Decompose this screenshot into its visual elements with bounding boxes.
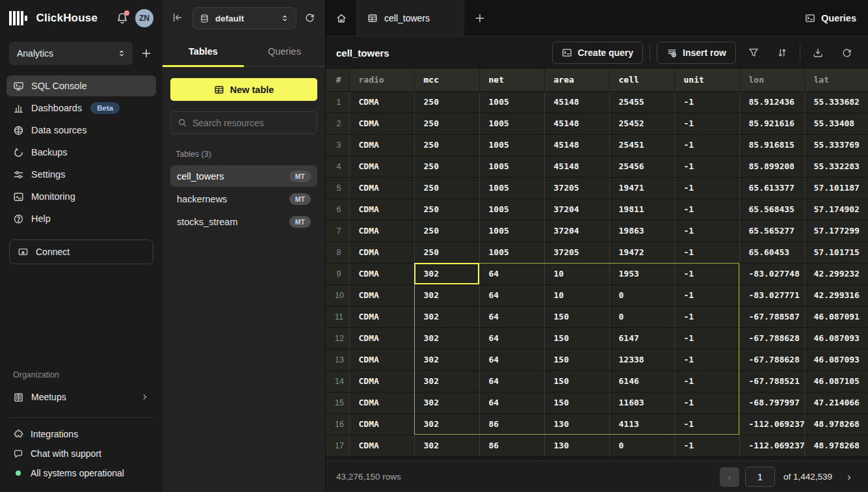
- cell[interactable]: CDMA: [349, 220, 414, 241]
- cell[interactable]: 45148: [544, 113, 609, 134]
- column-header-area[interactable]: area: [544, 69, 609, 91]
- cell[interactable]: 10: [544, 263, 609, 284]
- table-item-stocks_stream[interactable]: stocks_streamMT: [170, 211, 317, 232]
- cell[interactable]: 42.299232: [804, 263, 868, 284]
- cell[interactable]: -1: [674, 392, 739, 413]
- cell[interactable]: 48.978268: [804, 413, 868, 435]
- cell[interactable]: CDMA: [349, 327, 414, 349]
- cell[interactable]: -1: [674, 306, 739, 327]
- cell[interactable]: CDMA: [349, 263, 414, 284]
- cell[interactable]: 25456: [609, 156, 674, 177]
- cell[interactable]: 130: [544, 413, 609, 435]
- column-header-num[interactable]: #: [326, 69, 349, 91]
- cell[interactable]: -1: [674, 349, 739, 370]
- cell[interactable]: 64: [479, 306, 544, 327]
- cell[interactable]: -1: [674, 435, 739, 456]
- sidebar-item-meetups[interactable]: Meetups: [9, 386, 153, 408]
- organization-select[interactable]: Analytics: [9, 42, 133, 65]
- cell[interactable]: CDMA: [349, 241, 414, 263]
- avatar[interactable]: ZN: [135, 9, 153, 27]
- cell[interactable]: CDMA: [349, 306, 414, 327]
- cell[interactable]: 19472: [609, 241, 674, 263]
- page-input[interactable]: [745, 467, 775, 487]
- cell[interactable]: 250: [414, 156, 479, 177]
- download-button[interactable]: [807, 42, 829, 64]
- cell[interactable]: 130: [544, 435, 609, 456]
- cell[interactable]: 1953: [609, 263, 674, 284]
- cell[interactable]: 55.333682: [804, 91, 868, 113]
- table-item-hackernews[interactable]: hackernewsMT: [170, 188, 317, 210]
- cell[interactable]: 1005: [479, 198, 544, 220]
- cell[interactable]: 64: [479, 392, 544, 413]
- cell[interactable]: -67.788628: [739, 349, 804, 370]
- sidebar-item-dashboards[interactable]: DashboardsBeta: [7, 98, 156, 118]
- cell[interactable]: 302: [414, 370, 479, 392]
- cell[interactable]: 64: [479, 263, 544, 284]
- cell[interactable]: 37204: [544, 220, 609, 241]
- cell[interactable]: 150: [544, 327, 609, 349]
- cell[interactable]: 65.568435: [739, 198, 804, 220]
- cell[interactable]: -1: [674, 198, 739, 220]
- cell[interactable]: 0: [609, 284, 674, 306]
- cell[interactable]: 150: [544, 392, 609, 413]
- cell[interactable]: 45148: [544, 156, 609, 177]
- panel-tab-queries[interactable]: Queries: [244, 36, 325, 66]
- cell[interactable]: 64: [479, 370, 544, 392]
- cell[interactable]: -83.027771: [739, 284, 804, 306]
- cell[interactable]: -67.788521: [739, 370, 804, 392]
- cell[interactable]: 6147: [609, 327, 674, 349]
- cell[interactable]: 64: [479, 349, 544, 370]
- cell[interactable]: -1: [674, 241, 739, 263]
- home-button[interactable]: [326, 0, 356, 36]
- sort-button[interactable]: [771, 42, 793, 64]
- cell[interactable]: 1005: [479, 134, 544, 156]
- cell[interactable]: 37205: [544, 177, 609, 198]
- cell[interactable]: 48.978268: [804, 435, 868, 456]
- cell[interactable]: 57.174902: [804, 198, 868, 220]
- cell[interactable]: 10: [544, 284, 609, 306]
- cell[interactable]: 57.101187: [804, 177, 868, 198]
- cell[interactable]: -1: [674, 413, 739, 435]
- cell[interactable]: 1005: [479, 220, 544, 241]
- cell[interactable]: 0: [609, 306, 674, 327]
- cell[interactable]: 250: [414, 134, 479, 156]
- sidebar-item-data-sources[interactable]: Data sources: [7, 120, 156, 141]
- new-tab-button[interactable]: [464, 0, 495, 36]
- cell[interactable]: 19863: [609, 220, 674, 241]
- cell[interactable]: 302: [414, 392, 479, 413]
- cell[interactable]: CDMA: [349, 435, 414, 456]
- row-number[interactable]: 1: [326, 91, 349, 113]
- row-number[interactable]: 14: [326, 370, 349, 392]
- cell[interactable]: 1005: [479, 91, 544, 113]
- cell[interactable]: -83.027748: [739, 263, 804, 284]
- cell[interactable]: CDMA: [349, 284, 414, 306]
- cell[interactable]: CDMA: [349, 113, 414, 134]
- cell[interactable]: CDMA: [349, 413, 414, 435]
- cell[interactable]: 64: [479, 327, 544, 349]
- cell[interactable]: 55.332283: [804, 156, 868, 177]
- cell[interactable]: 250: [414, 91, 479, 113]
- cell[interactable]: 1005: [479, 113, 544, 134]
- sidebar-item-sql-console[interactable]: SQL Console: [7, 75, 156, 96]
- cell[interactable]: 150: [544, 370, 609, 392]
- cell[interactable]: 1005: [479, 156, 544, 177]
- cell[interactable]: 65.613377: [739, 177, 804, 198]
- column-header-cell[interactable]: cell: [609, 69, 674, 91]
- cell[interactable]: 85.912436: [739, 91, 804, 113]
- sidebar-item-integrations[interactable]: Integrations: [13, 424, 150, 444]
- cell[interactable]: 25451: [609, 134, 674, 156]
- insert-row-button[interactable]: Insert row: [657, 42, 736, 64]
- row-number[interactable]: 17: [326, 435, 349, 456]
- cell[interactable]: CDMA: [349, 198, 414, 220]
- cell[interactable]: 37204: [544, 198, 609, 220]
- cell[interactable]: 11603: [609, 392, 674, 413]
- cell[interactable]: 85.899208: [739, 156, 804, 177]
- cell[interactable]: 46.087093: [804, 349, 868, 370]
- connect-button[interactable]: Connect: [9, 239, 153, 264]
- cell[interactable]: 64: [479, 284, 544, 306]
- cell[interactable]: CDMA: [349, 91, 414, 113]
- tab-cell-towers[interactable]: cell_towers: [356, 0, 464, 36]
- cell[interactable]: 19811: [609, 198, 674, 220]
- column-header-radio[interactable]: radio: [349, 69, 414, 91]
- cell[interactable]: 65.60453: [739, 241, 804, 263]
